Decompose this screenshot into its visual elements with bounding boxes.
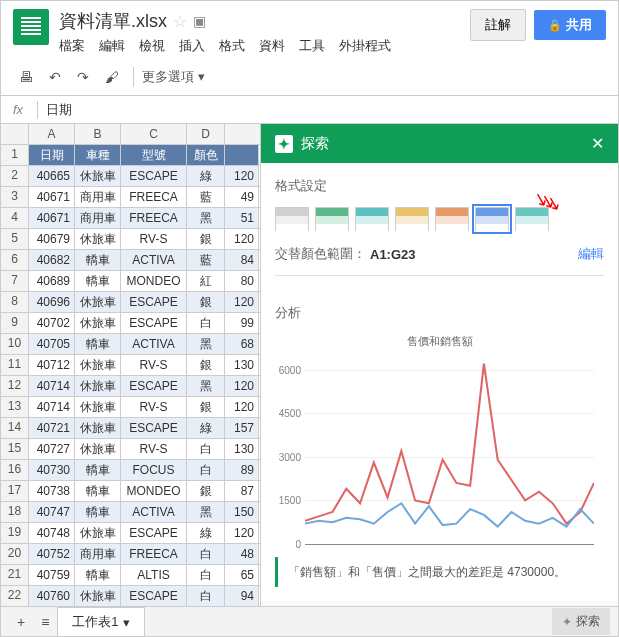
cell[interactable]: ACTIVA [121,250,187,270]
row-header-15[interactable]: 15 [1,439,29,459]
menu-3[interactable]: 插入 [179,37,205,55]
cell[interactable]: MONDEO [121,481,187,501]
cell[interactable]: 日期 [29,145,75,165]
cell[interactable]: 40714 [29,397,75,417]
cell[interactable]: 休旅車 [75,439,121,459]
color-swatch-4[interactable] [435,207,469,231]
cell[interactable]: 轎車 [75,565,121,585]
explore-button[interactable]: ✦探索 [552,608,610,635]
cell[interactable]: FREECA [121,544,187,564]
cell[interactable]: 40689 [29,271,75,291]
cell[interactable]: 休旅車 [75,523,121,543]
cell[interactable]: 轎車 [75,502,121,522]
cell[interactable]: ALTIS [121,565,187,585]
cell[interactable]: 99 [225,313,259,333]
close-icon[interactable]: ✕ [591,134,604,153]
row-header-16[interactable]: 16 [1,460,29,480]
row-header-2[interactable]: 2 [1,166,29,186]
cell[interactable]: 白 [187,565,225,585]
cell[interactable]: 40727 [29,439,75,459]
row-header-22[interactable]: 22 [1,586,29,606]
menu-6[interactable]: 工具 [299,37,325,55]
row-header-19[interactable]: 19 [1,523,29,543]
row-header-20[interactable]: 20 [1,544,29,564]
cell[interactable]: 銀 [187,481,225,501]
cell[interactable]: 40702 [29,313,75,333]
cell[interactable]: ESCAPE [121,292,187,312]
cell[interactable]: 白 [187,439,225,459]
cell[interactable]: ESCAPE [121,313,187,333]
formula-bar[interactable]: fx 日期 [1,96,618,124]
row-header-3[interactable]: 3 [1,187,29,207]
cell[interactable]: ESCAPE [121,376,187,396]
menu-4[interactable]: 格式 [219,37,245,55]
cell[interactable]: RV-S [121,355,187,375]
cell[interactable]: 120 [225,376,259,396]
cell[interactable]: 65 [225,565,259,585]
cell[interactable]: 白 [187,544,225,564]
cell[interactable]: 休旅車 [75,397,121,417]
menu-1[interactable]: 編輯 [99,37,125,55]
col-header-C[interactable]: C [121,124,187,144]
row-header-7[interactable]: 7 [1,271,29,291]
cell[interactable]: ACTIVA [121,502,187,522]
cell[interactable]: 白 [187,313,225,333]
cell[interactable]: 89 [225,460,259,480]
row-header-12[interactable]: 12 [1,376,29,396]
doc-title[interactable]: 資料清單.xlsx [59,9,167,33]
cell[interactable]: FREECA [121,187,187,207]
menu-0[interactable]: 檔案 [59,37,85,55]
cell[interactable]: 轎車 [75,334,121,354]
row-header-11[interactable]: 11 [1,355,29,375]
print-icon[interactable]: 🖶 [13,65,39,89]
row-header-8[interactable]: 8 [1,292,29,312]
cell[interactable]: MONDEO [121,271,187,291]
cell[interactable]: 型號 [121,145,187,165]
cell[interactable]: 休旅車 [75,313,121,333]
comment-button[interactable]: 註解 [470,9,526,41]
row-header-5[interactable]: 5 [1,229,29,249]
cell[interactable]: 40759 [29,565,75,585]
col-header-D[interactable]: D [187,124,225,144]
cell[interactable]: 40679 [29,229,75,249]
cell[interactable]: 40752 [29,544,75,564]
add-sheet-button[interactable]: + [9,610,33,634]
color-swatch-1[interactable] [315,207,349,231]
row-header-14[interactable]: 14 [1,418,29,438]
cell[interactable]: 40705 [29,334,75,354]
cell[interactable]: 休旅車 [75,376,121,396]
more-options[interactable]: 更多選項 ▾ [142,68,205,86]
cell[interactable]: 40712 [29,355,75,375]
cell[interactable]: 40714 [29,376,75,396]
undo-icon[interactable]: ↶ [43,65,67,89]
cell[interactable]: 綠 [187,166,225,186]
cell[interactable]: 黑 [187,334,225,354]
cell[interactable]: 黑 [187,208,225,228]
cell[interactable]: 顏色 [187,145,225,165]
cell[interactable]: 綠 [187,523,225,543]
col-header-B[interactable]: B [75,124,121,144]
cell[interactable]: 車種 [75,145,121,165]
row-header-9[interactable]: 9 [1,313,29,333]
cell[interactable]: 銀 [187,292,225,312]
cell[interactable]: 48 [225,544,259,564]
cell[interactable]: 40748 [29,523,75,543]
cell[interactable]: 銀 [187,355,225,375]
cell[interactable]: 40696 [29,292,75,312]
cell[interactable]: 休旅車 [75,355,121,375]
cell[interactable]: 紅 [187,271,225,291]
cell[interactable]: 68 [225,334,259,354]
cell[interactable]: 40671 [29,208,75,228]
cell[interactable]: 120 [225,166,259,186]
row-header-6[interactable]: 6 [1,250,29,270]
cell[interactable]: 40671 [29,187,75,207]
cell[interactable]: 銀 [187,397,225,417]
cell[interactable]: 51 [225,208,259,228]
cell[interactable]: 商用車 [75,187,121,207]
cell[interactable]: 轎車 [75,250,121,270]
cell[interactable]: RV-S [121,229,187,249]
cell[interactable]: ESCAPE [121,523,187,543]
spreadsheet-grid[interactable]: ABCD 1日期車種型號顏色240665休旅車ESCAPE綠120340671商… [1,124,261,629]
cell[interactable]: 40730 [29,460,75,480]
cell[interactable]: 商用車 [75,208,121,228]
